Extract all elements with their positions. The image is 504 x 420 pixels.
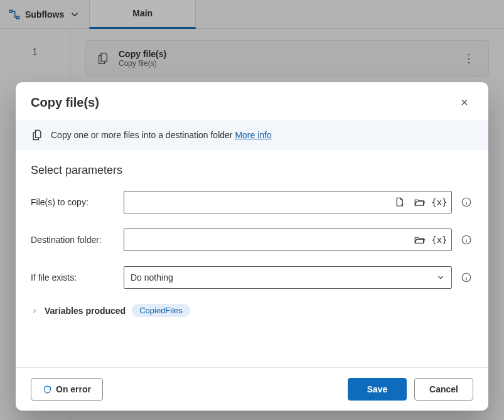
cancel-button[interactable]: Cancel [414, 378, 473, 401]
dialog-header: Copy file(s) [16, 82, 488, 120]
file-plus-icon [394, 197, 405, 208]
help-destination-folder[interactable] [459, 233, 473, 247]
dialog-body: Select parameters File(s) to copy: {x} [16, 150, 488, 367]
expand-variables-button[interactable] [31, 307, 38, 315]
info-strip: Copy one or more files into a destinatio… [16, 120, 488, 150]
destination-folder-input[interactable] [131, 229, 411, 250]
variables-produced-label: Variables produced [45, 306, 126, 316]
variable-icon: {x} [431, 197, 447, 207]
save-button[interactable]: Save [348, 378, 407, 401]
variable-picker-button[interactable]: {x} [431, 194, 448, 210]
chevron-right-icon [31, 307, 38, 315]
help-if-file-exists[interactable] [459, 271, 473, 284]
dialog-title: Copy file(s) [31, 95, 99, 110]
input-wrap-destination: {x} [124, 229, 452, 251]
on-error-button[interactable]: On error [31, 378, 103, 401]
row-if-file-exists: If file exists: Do nothing [31, 266, 473, 289]
dialog-footer: On error Save Cancel [16, 367, 488, 411]
shield-icon [43, 385, 52, 394]
row-destination-folder: Destination folder: {x} [31, 229, 473, 251]
input-wrap-files: {x} [124, 191, 452, 213]
variables-produced-row: Variables produced CopiedFiles [31, 304, 473, 317]
folder-picker-button[interactable] [411, 232, 427, 248]
close-icon [460, 98, 469, 107]
chevron-down-icon [436, 273, 445, 282]
label-if-file-exists: If file exists: [31, 272, 116, 283]
info-text: Copy one or more files into a destinatio… [51, 130, 233, 140]
copy-file-icon [31, 129, 43, 141]
more-info-link[interactable]: More info [235, 130, 271, 140]
variable-chip[interactable]: CopiedFiles [132, 304, 190, 317]
label-destination-folder: Destination folder: [31, 235, 116, 245]
files-to-copy-input[interactable] [131, 191, 391, 213]
label-files-to-copy: File(s) to copy: [31, 197, 116, 207]
copy-files-dialog: Copy file(s) Copy one or more files into… [16, 82, 488, 411]
row-files-to-copy: File(s) to copy: {x} [31, 191, 473, 213]
info-icon [461, 234, 472, 245]
variable-icon: {x} [431, 235, 447, 245]
file-picker-button[interactable] [391, 194, 407, 210]
info-icon [461, 272, 472, 283]
folder-open-icon [414, 197, 425, 208]
help-files-to-copy[interactable] [459, 195, 473, 209]
folder-open-icon [414, 234, 425, 245]
info-icon [461, 197, 472, 208]
close-button[interactable] [456, 94, 473, 111]
variable-picker-button[interactable]: {x} [431, 232, 448, 248]
select-value: Do nothing [131, 272, 436, 283]
folder-picker-button[interactable] [411, 194, 427, 210]
if-file-exists-select[interactable]: Do nothing [124, 266, 452, 289]
section-title: Select parameters [31, 164, 473, 177]
